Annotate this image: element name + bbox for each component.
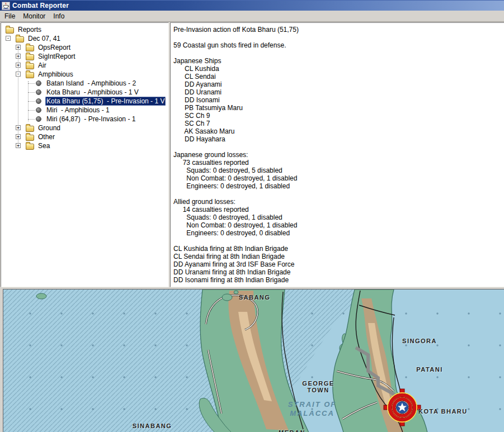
map-label-george-town: TOWN	[307, 387, 329, 393]
report-line: SC Ch 9	[173, 112, 504, 120]
folder-icon	[26, 135, 34, 141]
report-line: 59 Coastal gun shots fired in defense.	[173, 41, 504, 49]
tree-node-label[interactable]: Kota Bharu - Amphibious - 1 V	[45, 88, 140, 97]
report-line: Engineers: 0 destroyed, 1 disabled	[173, 182, 504, 190]
tree-node-label[interactable]: Miri (64,87) - Pre-Invasion - 1	[45, 115, 136, 124]
tree-node[interactable]: OpsReport	[1, 43, 168, 52]
tree-node-label[interactable]: Ground	[37, 124, 62, 132]
report-bullet-icon	[36, 116, 41, 122]
report-line: PB Tatsumiya Maru	[173, 104, 504, 112]
menu-bar: FileMonitorInfo	[0, 11, 504, 22]
tree-node-label[interactable]: Sea	[37, 141, 51, 150]
folder-icon	[26, 54, 34, 60]
map-panel[interactable]: SABANG SINGORA PATANI GEORGE TOWN STRAIT…	[3, 289, 504, 432]
tree-node-label[interactable]: Dec 07, 41	[27, 34, 62, 43]
tree-node-label[interactable]: Kota Bharu (51,75) - Pre-Invasion - 1 V	[45, 97, 166, 106]
folder-icon	[26, 144, 34, 150]
tree-node-label[interactable]: Miri - Amphibious - 1	[45, 106, 111, 115]
folder-icon	[26, 63, 34, 69]
window-title: Combat Reporter	[12, 2, 69, 10]
report-line: DD Ayanami	[173, 80, 504, 88]
report-line: Squads: 0 destroyed, 1 disabled	[173, 213, 504, 221]
tree-node-label[interactable]: Other	[37, 132, 56, 141]
report-line: AK Sasako Maru	[173, 127, 504, 135]
report-line: Japanese Ships	[173, 57, 504, 65]
report-line: DD Isonami	[173, 96, 504, 104]
tree-node-label[interactable]: OpsReport	[37, 43, 72, 52]
map-label-patani: PATANI	[416, 366, 443, 373]
menu-item[interactable]: Monitor	[20, 11, 49, 21]
report-line: Non Combat: 0 destroyed, 1 disabled	[173, 174, 504, 182]
map-label-strait-of-malacca: STRAIT OF	[288, 400, 337, 409]
report-bullet-icon	[36, 98, 41, 104]
report-line: CL Kushida firing at 8th Indian Brigade	[173, 245, 504, 253]
report-line: CL Kushida	[173, 65, 504, 73]
map-label-strait-of-malacca: MALACCA	[290, 409, 335, 417]
tree-node[interactable]: Air	[1, 61, 168, 70]
report-bullet-icon	[36, 89, 41, 95]
tree-expander-icon[interactable]	[16, 143, 21, 148]
menu-item[interactable]: File	[1, 11, 18, 21]
report-bullet-icon	[36, 80, 41, 86]
menu-items: FileMonitorInfo	[0, 11, 68, 21]
tree-expander-icon[interactable]	[16, 45, 21, 50]
report-line: Squads: 0 destroyed, 5 disabled	[173, 167, 504, 174]
report-line: CL Sendai firing at 8th Indian Brigade	[173, 253, 504, 260]
report-line: Engineers: 0 destroyed, 0 disabled	[173, 229, 504, 237]
tree-expander-icon[interactable]	[16, 54, 21, 59]
map-label-medan: MEDAN	[279, 429, 305, 432]
tree-node-label[interactable]: Amphibious	[37, 70, 74, 79]
map-label-sabang: SABANG	[239, 294, 271, 301]
report-line	[173, 190, 504, 198]
report-line: Japanese ground losses:	[173, 151, 504, 159]
title-bar[interactable]: Combat Reporter	[0, 0, 504, 11]
tree-expander-icon[interactable]	[16, 72, 21, 77]
tree-node[interactable]: Kota Bharu (51,75) - Pre-Invasion - 1 V	[1, 97, 168, 106]
tree-node[interactable]: SigIntReport	[1, 52, 168, 61]
tree-node[interactable]: Miri - Amphibious - 1	[1, 106, 168, 115]
tree-node[interactable]: Reports	[1, 25, 168, 34]
tree-node-label[interactable]: Reports	[17, 25, 43, 34]
tree-node-label[interactable]: Batan Island - Amphibious - 2	[45, 79, 137, 88]
report-line: DD Isonami firing at 8th Indian Brigade	[173, 276, 504, 284]
tree-node[interactable]: Amphibious	[1, 70, 168, 79]
report-line: 14 casualties reported	[173, 206, 504, 213]
report-line	[173, 34, 504, 41]
combat-report-panel: Pre-Invasion action off Kota Bharu (51,7…	[170, 22, 504, 287]
tree-node[interactable]: Ground	[1, 124, 168, 132]
menu-item[interactable]: Info	[50, 11, 68, 21]
combat-report-text: Pre-Invasion action off Kota Bharu (51,7…	[173, 26, 504, 284]
report-line: 73 casualties reported	[173, 159, 504, 167]
report-line: DD Ayanami firing at 3rd ISF Base Force	[173, 260, 504, 268]
report-line: DD Hayahara	[173, 135, 504, 143]
tree-node-label[interactable]: Air	[37, 61, 48, 70]
tree-node[interactable]: Kota Bharu - Amphibious - 1 V	[1, 88, 168, 97]
tree-node-label[interactable]: SigIntReport	[37, 52, 77, 61]
reports-tree-panel: Reports Dec 07, 41 OpsReport SigIntRepor…	[1, 22, 169, 287]
folder-icon	[26, 72, 34, 78]
report-line: DD Uranami	[173, 88, 504, 96]
folder-icon	[26, 126, 34, 132]
tree-node[interactable]: Dec 07, 41	[1, 34, 168, 43]
folder-icon	[26, 45, 34, 51]
map-label-sinabang: SINABANG	[133, 422, 172, 429]
report-line	[173, 49, 504, 57]
report-line	[173, 237, 504, 245]
tree-expander-icon[interactable]	[16, 134, 21, 139]
report-line: Pre-Invasion action off Kota Bharu (51,7…	[173, 26, 504, 34]
report-line: CL Sendai	[173, 73, 504, 80]
tree-node[interactable]: Miri (64,87) - Pre-Invasion - 1	[1, 115, 168, 124]
tree-node[interactable]: Sea	[1, 141, 168, 150]
tree-expander-icon[interactable]	[16, 63, 21, 68]
folder-icon	[6, 27, 14, 34]
reports-tree: Reports Dec 07, 41 OpsReport SigIntRepor…	[1, 25, 168, 150]
report-line: SC Ch 7	[173, 120, 504, 127]
folder-icon	[16, 36, 24, 42]
report-line: Allied ground losses:	[173, 198, 504, 206]
tree-node[interactable]: Other	[1, 132, 168, 141]
tree-expander-icon[interactable]	[6, 36, 11, 41]
tree-expander-icon[interactable]	[16, 125, 21, 130]
java-coffee-cup-icon	[2, 2, 10, 10]
map-label-singora: SINGORA	[402, 338, 437, 344]
tree-node[interactable]: Batan Island - Amphibious - 2	[1, 79, 168, 88]
